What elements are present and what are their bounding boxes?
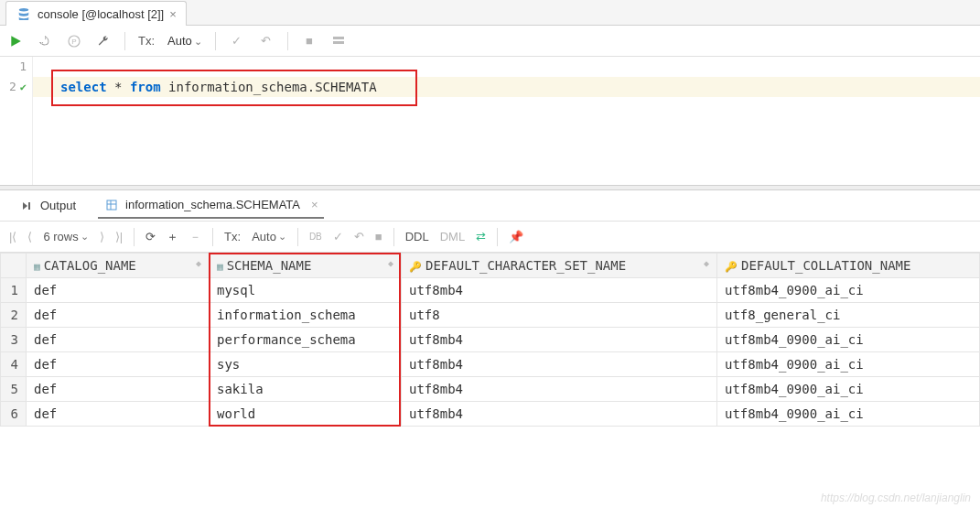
col-header-collation[interactable]: 🔑DEFAULT_COLLATION_NAME xyxy=(717,254,980,278)
rollback-icon[interactable]: ↶ xyxy=(258,33,275,49)
cell-catalog[interactable]: def xyxy=(27,328,210,352)
table-row[interactable]: 5defsakilautf8mb4utf8mb4_0900_ai_ci xyxy=(1,377,980,402)
tab-schemata-label: information_schema.SCHEMATA xyxy=(125,198,300,211)
sort-icon[interactable]: ◆ xyxy=(388,258,393,268)
commit-icon[interactable]: ✓ xyxy=(333,230,343,243)
prev-page-icon[interactable]: ⟨ xyxy=(27,230,32,243)
first-page-icon[interactable]: |⟨ xyxy=(9,230,16,243)
svg-text:P: P xyxy=(71,38,76,46)
close-icon[interactable]: × xyxy=(169,7,177,21)
wrench-icon[interactable] xyxy=(95,33,112,49)
checkmark-icon: ✔ xyxy=(20,81,27,93)
pin-icon[interactable]: 📌 xyxy=(509,230,523,243)
cell-schema[interactable]: sakila xyxy=(210,377,402,402)
sql-editor[interactable]: 1 2✔ select * from information_schema.SC… xyxy=(0,57,980,185)
cell-charset[interactable]: utf8mb4 xyxy=(402,278,717,303)
cell-schema[interactable]: performance_schema xyxy=(210,328,402,352)
col-header-schema[interactable]: ▦SCHEMA_NAME◆ xyxy=(210,254,402,278)
cell-charset[interactable]: utf8mb4 xyxy=(402,402,717,427)
separator xyxy=(287,32,288,50)
database-console-icon xyxy=(16,5,32,22)
commit-icon[interactable]: ✓ xyxy=(229,33,245,49)
rownum-header xyxy=(1,254,27,278)
remove-row-icon[interactable]: － xyxy=(189,229,201,245)
col-label: DEFAULT_COLLATION_NAME xyxy=(741,258,910,273)
separator xyxy=(212,228,213,246)
cell-catalog[interactable]: def xyxy=(27,402,210,427)
svg-rect-4 xyxy=(28,202,30,210)
row-number: 3 xyxy=(1,328,27,352)
cell-charset[interactable]: utf8mb4 xyxy=(402,352,717,377)
history-icon[interactable] xyxy=(37,33,53,49)
cell-schema[interactable]: mysql xyxy=(210,278,402,303)
row-number: 5 xyxy=(1,377,27,402)
col-header-charset[interactable]: 🔑DEFAULT_CHARACTER_SET_NAME◆ xyxy=(402,254,717,278)
row-number: 6 xyxy=(1,402,27,427)
cell-schema[interactable]: sys xyxy=(210,352,402,377)
cell-charset[interactable]: utf8mb4 xyxy=(402,328,717,352)
svg-rect-5 xyxy=(107,200,116,210)
rows-count-dropdown[interactable]: 6 rows xyxy=(43,230,88,243)
editor-toolbar: P Tx: Auto ✓ ↶ ■ xyxy=(0,26,980,57)
dml-button[interactable]: DML xyxy=(440,230,465,243)
key-icon: 🔑 xyxy=(725,261,738,273)
reload-icon[interactable]: ⟳ xyxy=(145,230,156,243)
row-number: 4 xyxy=(1,352,27,377)
row-number: 2 xyxy=(1,303,27,328)
db-icon[interactable]: DB xyxy=(309,232,322,242)
cell-collation[interactable]: utf8_general_ci xyxy=(717,303,980,328)
cell-collation[interactable]: utf8mb4_0900_ai_ci xyxy=(717,377,980,402)
add-row-icon[interactable]: ＋ xyxy=(167,229,178,245)
tab-schemata[interactable]: information_schema.SCHEMATA × xyxy=(98,193,324,219)
col-header-catalog[interactable]: ▦CATALOG_NAME◆ xyxy=(27,254,210,278)
table-row[interactable]: 6defworldutf8mb4utf8mb4_0900_ai_ci xyxy=(1,402,980,427)
code-area[interactable]: select * from information_schema.SCHEMAT… xyxy=(33,57,980,185)
view-mode-icon[interactable] xyxy=(330,33,347,49)
table-icon xyxy=(103,197,120,213)
tx-mode-dropdown[interactable]: Auto xyxy=(167,34,202,48)
table-row[interactable]: 3defperformance_schemautf8mb4utf8mb4_090… xyxy=(1,328,980,352)
tab-output[interactable]: Output xyxy=(13,194,81,218)
cell-catalog[interactable]: def xyxy=(27,303,210,328)
sort-icon[interactable]: ◆ xyxy=(704,258,709,268)
tx-mode-dropdown[interactable]: Auto xyxy=(252,230,286,243)
key-icon: 🔑 xyxy=(409,261,422,273)
transpose-icon[interactable]: ⇄ xyxy=(476,230,486,243)
close-icon[interactable]: × xyxy=(311,198,318,211)
cell-collation[interactable]: utf8mb4_0900_ai_ci xyxy=(717,402,980,427)
cell-collation[interactable]: utf8mb4_0900_ai_ci xyxy=(717,352,980,377)
cell-schema[interactable]: world xyxy=(210,402,402,427)
cell-charset[interactable]: utf8mb4 xyxy=(402,377,717,402)
rollback-icon[interactable]: ↶ xyxy=(354,230,364,243)
explain-plan-icon[interactable]: P xyxy=(66,33,82,49)
table-row[interactable]: 1defmysqlutf8mb4utf8mb4_0900_ai_ci xyxy=(1,278,980,303)
editor-tab-console[interactable]: console [@localhost [2]] × xyxy=(5,1,187,26)
tx-label: Tx: xyxy=(138,34,155,48)
cell-catalog[interactable]: def xyxy=(27,352,210,377)
separator xyxy=(124,32,125,50)
cell-schema[interactable]: information_schema xyxy=(210,303,402,328)
editor-gutter: 1 2✔ xyxy=(0,57,33,185)
editor-tabbar: console [@localhost [2]] × xyxy=(0,0,980,26)
separator xyxy=(297,228,298,246)
result-grid: ▦CATALOG_NAME◆ ▦SCHEMA_NAME◆ 🔑DEFAULT_CH… xyxy=(0,253,980,427)
cell-collation[interactable]: utf8mb4_0900_ai_ci xyxy=(717,278,980,303)
table-row[interactable]: 2definformation_schemautf8utf8_general_c… xyxy=(1,303,980,328)
table-row[interactable]: 4defsysutf8mb4utf8mb4_0900_ai_ci xyxy=(1,352,980,377)
ddl-button[interactable]: DDL xyxy=(405,230,429,243)
stop-icon[interactable]: ■ xyxy=(375,230,382,243)
run-icon[interactable] xyxy=(7,33,24,49)
sort-icon[interactable]: ◆ xyxy=(196,258,201,268)
cell-catalog[interactable]: def xyxy=(27,278,210,303)
stop-icon[interactable]: ■ xyxy=(301,33,318,49)
line-number: 1 xyxy=(0,57,27,77)
next-page-icon[interactable]: ⟩ xyxy=(100,230,104,243)
column-icon: ▦ xyxy=(217,261,223,273)
column-icon: ▦ xyxy=(34,261,40,273)
cell-charset[interactable]: utf8 xyxy=(402,303,717,328)
cell-catalog[interactable]: def xyxy=(27,377,210,402)
last-page-icon[interactable]: ⟩| xyxy=(115,230,123,243)
cell-collation[interactable]: utf8mb4_0900_ai_ci xyxy=(717,328,980,352)
col-label: CATALOG_NAME xyxy=(44,258,136,273)
result-table[interactable]: ▦CATALOG_NAME◆ ▦SCHEMA_NAME◆ 🔑DEFAULT_CH… xyxy=(0,253,980,427)
